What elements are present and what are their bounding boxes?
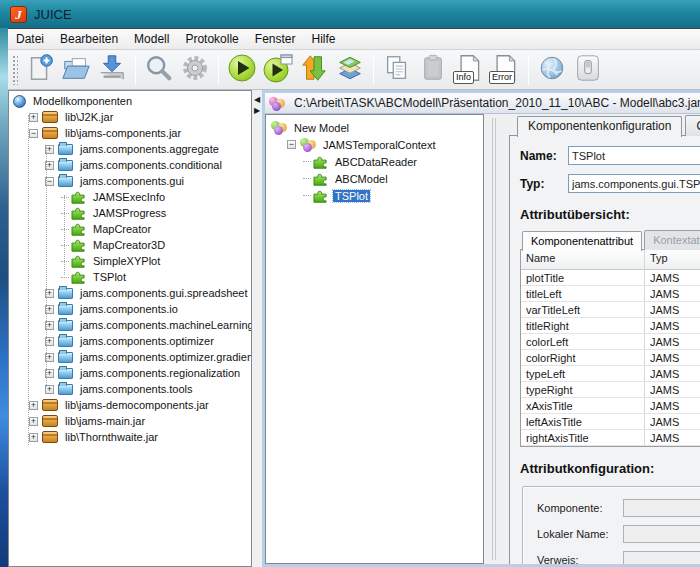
- component-config-panel: KomponentenkonfigurationOberfläche Name:…: [503, 114, 700, 564]
- model-tree-item-tsplot[interactable]: TSPlot: [271, 187, 483, 204]
- attribute-row-colorleft[interactable]: colorLeftJAMS: [521, 334, 700, 350]
- expand-handle-icon[interactable]: +: [29, 113, 38, 122]
- menu-item-protokolle[interactable]: Protokolle: [177, 29, 246, 49]
- puzzle-icon: [313, 155, 328, 169]
- attribute-row-titleright[interactable]: titleRightJAMS: [521, 318, 700, 334]
- library-tree-item-jams-components-conditional[interactable]: +jams.components.conditional: [13, 157, 251, 173]
- library-tree-item-jams-components-aggregate[interactable]: +jams.components.aggregate: [13, 141, 251, 157]
- config-tab-komponentenkonfiguration[interactable]: Komponentenkonfiguration: [517, 116, 682, 137]
- library-tree-item-jams-components-regionalization[interactable]: +jams.components.regionalization: [13, 365, 251, 381]
- model-tree-item-abcdatareader[interactable]: ABCDataReader: [271, 153, 483, 170]
- web-button[interactable]: [534, 52, 570, 88]
- library-tree-item-lib-j2k-jar[interactable]: +lib\J2K.jar: [13, 109, 251, 125]
- model-splitter[interactable]: [484, 114, 503, 564]
- main-splitter[interactable]: ◀ ▶: [252, 90, 262, 567]
- jar-icon: [42, 127, 58, 139]
- error-log-button[interactable]: Error: [487, 52, 523, 88]
- map-layers-button[interactable]: [332, 52, 368, 88]
- attribute-row-colorright[interactable]: colorRightJAMS: [521, 350, 700, 366]
- library-tree-item-mapcreator3d[interactable]: MapCreator3D: [13, 237, 251, 253]
- copy-button[interactable]: [379, 52, 415, 88]
- attribute-overview-heading: Attributübersicht:: [520, 207, 700, 222]
- attribute-row-typeleft[interactable]: typeLeftJAMS: [521, 366, 700, 382]
- tree-guide: [46, 147, 47, 387]
- library-tree-item-modellkomponenten[interactable]: Modellkomponenten: [13, 93, 251, 109]
- library-tree-item-jams-components-gui-spreadsheet[interactable]: +jams.components.gui.spreadsheet: [13, 285, 251, 301]
- splitter-collapse-left-icon[interactable]: ◀: [254, 96, 260, 104]
- paste-button[interactable]: [415, 52, 451, 88]
- menu-bar: DateiBearbeitenModellProtokolleFensterHi…: [8, 28, 700, 50]
- folder-icon: [58, 368, 73, 379]
- exit-button[interactable]: [570, 52, 606, 88]
- attribute-config-groupbox: Komponente:Lokaler Name:Verweis:: [522, 486, 700, 564]
- model-tree-item-new-model[interactable]: New Model: [271, 119, 483, 136]
- balls-icon: [271, 121, 287, 135]
- expand-handle-icon[interactable]: +: [29, 401, 38, 410]
- library-tree-item-mapcreator[interactable]: MapCreator: [13, 221, 251, 237]
- library-tree-item-tsplot[interactable]: TSPlot: [13, 269, 251, 285]
- expand-handle-icon[interactable]: +: [29, 417, 38, 426]
- library-tree-item-jams-components-optimizer-gradient[interactable]: +jams.components.optimizer.gradient: [13, 349, 251, 365]
- run-icon: [226, 52, 258, 87]
- library-tree-item-lib-jams-components-jar[interactable]: −lib\jams-components.jar: [13, 125, 251, 141]
- settings-button[interactable]: [177, 52, 213, 88]
- model-tree-item-abcmodel[interactable]: ABCModel: [271, 170, 483, 187]
- config-tab-oberfl-che[interactable]: Oberfläche: [685, 115, 700, 136]
- attribute-row-titleleft[interactable]: titleLeftJAMS: [521, 286, 700, 302]
- menu-item-hilfe[interactable]: Hilfe: [303, 29, 343, 49]
- attribute-row-vartitleleft[interactable]: varTitleLeftJAMS: [521, 302, 700, 318]
- splitter-collapse-right-icon[interactable]: ▶: [254, 107, 260, 115]
- library-tree-item-simplexyplot[interactable]: SimpleXYPlot: [13, 253, 251, 269]
- library-tree-item-jams-components-tools[interactable]: +jams.components.tools: [13, 381, 251, 397]
- upload-download-button[interactable]: [296, 52, 332, 88]
- model-internal-frame: C:\Arbeit\TASK\ABCModell\Präsentation_20…: [262, 90, 700, 567]
- menu-item-bearbeiten[interactable]: Bearbeiten: [52, 29, 126, 49]
- menu-item-modell[interactable]: Modell: [126, 29, 177, 49]
- input-verweis-[interactable]: [623, 551, 700, 564]
- library-tree-item-jams-components-machinelearning[interactable]: +jams.components.machineLearning: [13, 317, 251, 333]
- model-frame-titlebar[interactable]: C:\Arbeit\TASK\ABCModell\Präsentation_20…: [265, 93, 700, 114]
- collapse-handle-icon[interactable]: −: [29, 129, 38, 138]
- toolbar-drag-handle[interactable]: [12, 55, 18, 85]
- attribute-table-header: Name Typ: [521, 250, 700, 270]
- new-model-button[interactable]: [22, 52, 58, 88]
- label-verweis-: Verweis:: [537, 554, 623, 564]
- library-tree-item-jamsexecinfo[interactable]: JAMSExecInfo: [13, 189, 251, 205]
- input-lokaler-name-[interactable]: [623, 525, 700, 543]
- attr-tab-komponentenattribut[interactable]: Komponentenattribut: [522, 231, 642, 251]
- column-header-name[interactable]: Name: [521, 250, 645, 269]
- config-tabs: KomponentenkonfigurationOberfläche: [509, 115, 700, 136]
- input-komponente-[interactable]: [623, 499, 700, 517]
- library-tree-item-lib-thornthwaite-jar[interactable]: +lib\Thornthwaite.jar: [13, 429, 251, 445]
- run-model-gui-button[interactable]: [260, 52, 296, 88]
- name-input[interactable]: [568, 146, 700, 165]
- run-model-button[interactable]: [224, 52, 260, 88]
- attribute-row-typeright[interactable]: typeRightJAMS: [521, 382, 700, 398]
- jar-icon: [42, 415, 58, 427]
- library-tree-item-jamsprogress[interactable]: JAMSProgress: [13, 205, 251, 221]
- expand-handle-icon[interactable]: +: [29, 433, 38, 442]
- library-tree-item-jams-components-gui[interactable]: −jams.components.gui: [13, 173, 251, 189]
- library-tree-item-jams-components-optimizer[interactable]: +jams.components.optimizer: [13, 333, 251, 349]
- menu-item-fenster[interactable]: Fenster: [247, 29, 304, 49]
- type-input[interactable]: [568, 174, 700, 193]
- library-tree-item-lib-jams-main-jar[interactable]: +lib\jams-main.jar: [13, 413, 251, 429]
- column-header-typ[interactable]: Typ: [645, 250, 700, 269]
- collapse-handle-icon[interactable]: −: [287, 140, 296, 149]
- model-tree-item-jamstemporalcontext[interactable]: −JAMSTemporalContext: [271, 136, 483, 153]
- library-tree-item-jams-components-io[interactable]: +jams.components.io: [13, 301, 251, 317]
- save-model-button[interactable]: [94, 52, 130, 88]
- toolbar-separator: [218, 55, 219, 85]
- attribute-row-plottitle[interactable]: plotTitleJAMS: [521, 270, 700, 286]
- search-button[interactable]: [141, 52, 177, 88]
- menu-item-datei[interactable]: Datei: [8, 29, 52, 49]
- info-log-button[interactable]: Info: [451, 52, 487, 88]
- attr-tab-kontextattribute[interactable]: Kontextattribute: [644, 230, 700, 250]
- attribute-row-xaxistitle[interactable]: xAxisTitleJAMS: [521, 398, 700, 414]
- attribute-row-leftaxistitle[interactable]: leftAxisTitleJAMS: [521, 414, 700, 430]
- folder-icon: [58, 352, 73, 363]
- library-tree-item-lib-jams-democomponents-jar[interactable]: +lib\jams-democomponents.jar: [13, 397, 251, 413]
- window-title: JUICE: [34, 7, 72, 22]
- attribute-row-rightaxistitle[interactable]: rightAxisTitleJAMS: [521, 430, 700, 446]
- open-model-button[interactable]: [58, 52, 94, 88]
